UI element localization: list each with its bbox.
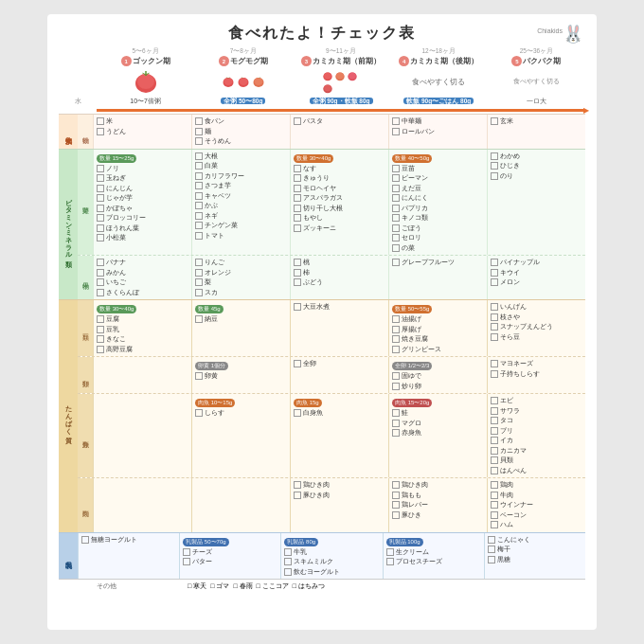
checkbox-icon[interactable] bbox=[294, 278, 301, 286]
checkbox-icon[interactable] bbox=[195, 128, 203, 135]
checkbox-icon[interactable] bbox=[491, 427, 498, 435]
checkbox-icon[interactable] bbox=[195, 212, 203, 220]
checkbox-icon[interactable] bbox=[294, 205, 301, 212]
checkbox-icon[interactable] bbox=[195, 278, 203, 286]
checkbox-icon[interactable] bbox=[294, 492, 301, 499]
checkbox-icon[interactable] bbox=[294, 360, 301, 367]
checkbox-icon[interactable] bbox=[97, 205, 104, 212]
checkbox-icon[interactable] bbox=[488, 536, 495, 544]
checkbox-icon[interactable] bbox=[491, 162, 498, 170]
checkbox-icon[interactable] bbox=[294, 194, 301, 202]
checkbox-icon[interactable] bbox=[491, 313, 498, 321]
checkbox-icon[interactable] bbox=[392, 511, 400, 519]
checkbox-icon[interactable] bbox=[97, 289, 104, 296]
checkbox-icon[interactable] bbox=[491, 303, 498, 311]
checkbox-icon[interactable] bbox=[491, 333, 498, 341]
checkbox-icon[interactable] bbox=[195, 192, 203, 200]
checkbox-icon[interactable] bbox=[491, 407, 498, 415]
checkbox-icon[interactable] bbox=[195, 259, 203, 266]
checkbox-icon[interactable] bbox=[392, 429, 400, 437]
checkbox-icon[interactable] bbox=[491, 360, 498, 367]
checkbox-icon[interactable] bbox=[284, 548, 292, 556]
checkbox-icon[interactable] bbox=[97, 117, 104, 125]
checkbox-icon[interactable] bbox=[195, 372, 203, 380]
checkbox-icon[interactable] bbox=[392, 117, 400, 125]
checkbox-icon[interactable] bbox=[491, 417, 498, 424]
checkbox-icon[interactable] bbox=[195, 269, 203, 277]
checkbox-icon[interactable] bbox=[294, 174, 301, 182]
checkbox-icon[interactable] bbox=[491, 397, 498, 404]
checkbox-icon[interactable] bbox=[294, 303, 301, 311]
checkbox-icon[interactable] bbox=[294, 165, 301, 172]
checkbox-icon[interactable] bbox=[392, 409, 400, 417]
checkbox-icon[interactable] bbox=[491, 481, 498, 489]
checkbox-icon[interactable] bbox=[294, 224, 301, 232]
checkbox-icon[interactable] bbox=[491, 370, 498, 378]
checkbox-icon[interactable] bbox=[183, 548, 190, 556]
checkbox-icon[interactable] bbox=[491, 259, 498, 266]
checkbox-icon[interactable] bbox=[488, 546, 495, 553]
checkbox-icon[interactable] bbox=[386, 548, 394, 556]
checkbox-icon[interactable] bbox=[195, 315, 203, 323]
checkbox-icon[interactable] bbox=[97, 259, 104, 266]
checkbox-icon[interactable] bbox=[97, 278, 104, 286]
checkbox-icon[interactable] bbox=[491, 521, 498, 528]
checkbox-icon[interactable] bbox=[284, 568, 292, 576]
checkbox-icon[interactable] bbox=[97, 185, 104, 192]
checkbox-icon[interactable] bbox=[195, 232, 203, 240]
checkbox-icon[interactable] bbox=[392, 383, 400, 390]
checkbox-icon[interactable] bbox=[392, 492, 400, 499]
checkbox-icon[interactable] bbox=[97, 174, 104, 182]
checkbox-icon[interactable] bbox=[392, 420, 400, 427]
checkbox-icon[interactable] bbox=[294, 117, 301, 125]
checkbox-icon[interactable] bbox=[195, 182, 203, 189]
checkbox-icon[interactable] bbox=[97, 346, 104, 353]
checkbox-icon[interactable] bbox=[392, 326, 400, 333]
checkbox-icon[interactable] bbox=[195, 202, 203, 209]
checkbox-icon[interactable] bbox=[491, 172, 498, 180]
checkbox-icon[interactable] bbox=[392, 259, 400, 266]
checkbox-icon[interactable] bbox=[294, 269, 301, 277]
checkbox-icon[interactable] bbox=[491, 152, 498, 160]
checkbox-icon[interactable] bbox=[195, 117, 203, 125]
checkbox-icon[interactable] bbox=[392, 185, 400, 192]
checkbox-icon[interactable] bbox=[195, 162, 203, 170]
checkbox-icon[interactable] bbox=[491, 323, 498, 331]
checkbox-icon[interactable] bbox=[491, 456, 498, 464]
checkbox-icon[interactable] bbox=[491, 117, 498, 125]
checkbox-icon[interactable] bbox=[392, 128, 400, 135]
checkbox-icon[interactable] bbox=[386, 558, 394, 565]
checkbox-icon[interactable] bbox=[392, 194, 400, 202]
checkbox-icon[interactable] bbox=[97, 128, 104, 135]
checkbox-icon[interactable] bbox=[195, 172, 203, 180]
checkbox-icon[interactable] bbox=[392, 165, 400, 172]
checkbox-icon[interactable] bbox=[392, 372, 400, 380]
checkbox-icon[interactable] bbox=[294, 409, 301, 417]
checkbox-icon[interactable] bbox=[491, 437, 498, 444]
checkbox-icon[interactable] bbox=[294, 481, 301, 489]
checkbox-icon[interactable] bbox=[392, 234, 400, 242]
checkbox-icon[interactable] bbox=[392, 501, 400, 509]
checkbox-icon[interactable] bbox=[294, 259, 301, 266]
checkbox-icon[interactable] bbox=[195, 222, 203, 229]
checkbox-icon[interactable] bbox=[284, 558, 292, 565]
checkbox-icon[interactable] bbox=[392, 346, 400, 353]
checkbox-icon[interactable] bbox=[392, 335, 400, 343]
checkbox-icon[interactable] bbox=[294, 214, 301, 222]
checkbox-icon[interactable] bbox=[97, 335, 104, 343]
checkbox-icon[interactable] bbox=[97, 194, 104, 202]
checkbox-icon[interactable] bbox=[491, 447, 498, 455]
checkbox-icon[interactable] bbox=[491, 501, 498, 509]
checkbox-icon[interactable] bbox=[97, 326, 104, 333]
checkbox-icon[interactable] bbox=[491, 492, 498, 499]
checkbox-icon[interactable] bbox=[392, 174, 400, 182]
checkbox-icon[interactable] bbox=[392, 214, 400, 222]
checkbox-icon[interactable] bbox=[294, 185, 301, 192]
checkbox-icon[interactable] bbox=[392, 315, 400, 323]
checkbox-icon[interactable] bbox=[195, 409, 203, 417]
checkbox-icon[interactable] bbox=[97, 269, 104, 277]
checkbox-icon[interactable] bbox=[392, 205, 400, 212]
checkbox-icon[interactable] bbox=[491, 269, 498, 277]
checkbox-icon[interactable] bbox=[195, 137, 203, 145]
checkbox-icon[interactable] bbox=[195, 289, 203, 296]
